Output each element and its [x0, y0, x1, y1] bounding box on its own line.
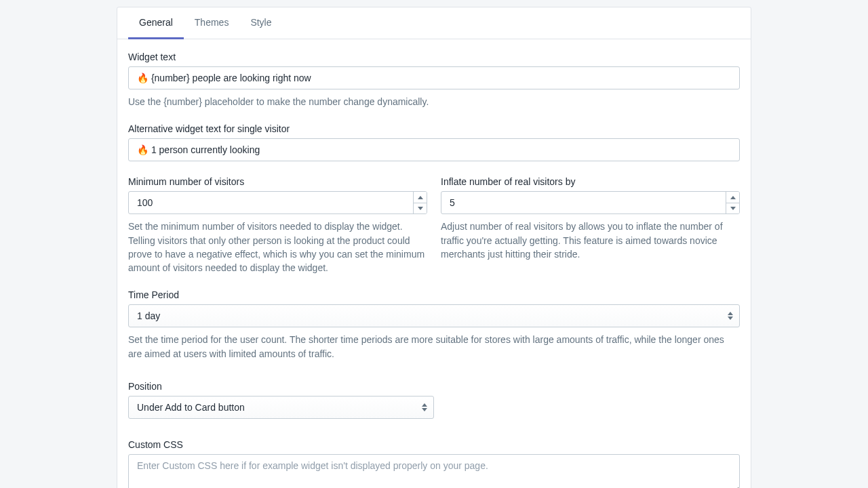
min-visitors-up[interactable]	[414, 192, 427, 203]
time-period-help: Set the time period for the user count. …	[128, 333, 740, 361]
field-inflate: Inflate number of real visitors by Adjus…	[441, 176, 740, 274]
field-alt-text: Alternative widget text for single visit…	[128, 123, 740, 161]
field-widget-text: Widget text Use the {number} placeholder…	[128, 52, 740, 108]
chevron-down-icon	[730, 207, 736, 210]
inflate-up[interactable]	[726, 192, 739, 203]
min-visitors-input[interactable]	[128, 191, 427, 214]
tabs: General Themes Style	[117, 7, 751, 39]
min-visitors-spinner	[413, 192, 427, 214]
field-time-period: Time Period 1 day Set the time period fo…	[128, 289, 740, 361]
chevron-down-icon	[418, 207, 423, 210]
custom-css-textarea[interactable]	[128, 454, 740, 488]
field-min-visitors: Minimum number of visitors Set the minim…	[128, 176, 427, 274]
tab-content: Widget text Use the {number} placeholder…	[117, 39, 751, 488]
tab-themes[interactable]: Themes	[184, 7, 240, 39]
tab-style[interactable]: Style	[239, 7, 282, 39]
field-position: Position Under Add to Card button	[128, 381, 740, 419]
chevron-up-icon	[418, 196, 423, 199]
alt-text-input[interactable]	[128, 138, 740, 161]
inflate-spinner	[726, 192, 739, 214]
inflate-help: Adjust number of real visitors by allows…	[441, 220, 740, 261]
widget-text-help: Use the {number} placeholder to make the…	[128, 95, 740, 108]
time-period-label: Time Period	[128, 289, 740, 300]
chevron-up-icon	[730, 196, 736, 199]
alt-text-label: Alternative widget text for single visit…	[128, 123, 740, 134]
inflate-label: Inflate number of real visitors by	[441, 176, 740, 187]
field-custom-css: Custom CSS	[128, 439, 740, 488]
settings-card: General Themes Style Widget text Use the…	[117, 7, 751, 488]
tab-general[interactable]: General	[128, 7, 184, 39]
position-select[interactable]: Under Add to Card button	[128, 396, 434, 419]
widget-text-input[interactable]	[128, 66, 740, 89]
inflate-input[interactable]	[441, 191, 740, 214]
min-visitors-help: Set the minimum number of visitors neede…	[128, 220, 427, 274]
custom-css-label: Custom CSS	[128, 439, 740, 450]
position-label: Position	[128, 381, 740, 392]
widget-text-label: Widget text	[128, 52, 740, 62]
min-visitors-down[interactable]	[414, 203, 427, 214]
min-visitors-label: Minimum number of visitors	[128, 176, 427, 187]
inflate-down[interactable]	[726, 203, 739, 214]
row-visitors: Minimum number of visitors Set the minim…	[128, 176, 740, 274]
time-period-select[interactable]: 1 day	[128, 304, 740, 327]
